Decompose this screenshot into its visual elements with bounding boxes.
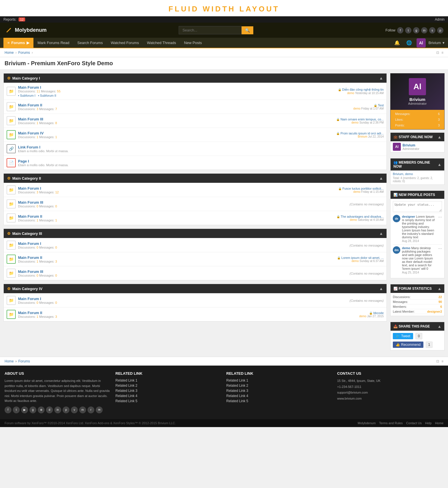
footer-related-link[interactable]: Related Link 4 — [116, 394, 222, 398]
category-header-cat2[interactable]: ⚙Main Category II ▲ — [4, 174, 387, 183]
nav-new-posts[interactable]: New Posts — [180, 38, 206, 48]
forum-name[interactable]: Main Forum III — [18, 117, 334, 121]
nav-watched-forums[interactable]: Watched Forums — [107, 38, 143, 48]
last-post-user[interactable]: demo — [352, 259, 359, 263]
member-link[interactable]: Brivium, demo — [393, 172, 413, 176]
last-post-title[interactable]: Test — [338, 104, 384, 107]
category-header-cat4[interactable]: ⚙Main Category IV ▲ — [4, 284, 387, 293]
bottom-icon1[interactable]: ⊡ — [436, 359, 439, 363]
subforum-link[interactable]: • Subforum I — [18, 94, 35, 97]
footer-me-icon[interactable]: m — [79, 406, 86, 413]
breadcrumb-icon2[interactable]: ≡ — [441, 51, 443, 55]
footer-bottom-link[interactable]: Molybdenum — [358, 421, 376, 425]
footer-bottom-link[interactable]: Terms and Rules — [379, 421, 403, 425]
twitter-icon[interactable]: t — [405, 27, 411, 33]
last-post-user[interactable]: Brivium — [358, 135, 367, 138]
staff-collapse-btn[interactable]: ▲ — [437, 135, 441, 139]
user-avatar-badge[interactable]: Al — [417, 38, 426, 47]
footer-bottom-link[interactable]: Contact Us — [406, 421, 422, 425]
facebook-icon[interactable]: f — [397, 27, 403, 33]
forum-name[interactable]: Main Forum III — [18, 200, 336, 205]
forum-name[interactable]: Main Forum I — [18, 297, 336, 301]
last-post-user[interactable]: demo — [353, 190, 361, 193]
bottom-icon2[interactable]: ≡ — [441, 359, 443, 363]
category-header-cat1[interactable]: ⚙Main Category I ▲ — [4, 74, 387, 83]
profile-name[interactable]: Brivium — [409, 97, 425, 102]
pinterest-icon[interactable]: p — [437, 27, 443, 33]
footer-li-icon[interactable]: in — [54, 406, 61, 413]
footer-related-link[interactable]: Related Link 4 — [226, 394, 333, 398]
pp-more-1[interactable]: ··· — [438, 215, 442, 243]
notifications-icon[interactable]: 🔔 — [393, 38, 402, 47]
footer-related-link[interactable]: Related Link 5 — [116, 399, 222, 403]
last-post-title[interactable]: bbcode — [338, 311, 384, 315]
last-post-title[interactable]: Lorem ipsum dolor sit amet, ... — [337, 256, 384, 259]
tweet-button[interactable]: 🐦 Tweet — [393, 333, 413, 339]
footer-related-link[interactable]: Related Link 3 — [226, 389, 333, 393]
footer-st-icon[interactable]: ⊕ — [38, 406, 45, 413]
search-input[interactable] — [179, 26, 242, 34]
forum-name[interactable]: Page I — [18, 159, 384, 163]
footer-related-link[interactable]: Related Link 2 — [116, 384, 222, 388]
breadcrumb-icon1[interactable]: ⊡ — [436, 51, 439, 55]
forum-name[interactable]: Main Forum II — [18, 311, 336, 315]
last-post-title[interactable]: Proin iaculis ipsum id orci adi... — [336, 132, 384, 135]
forum-name[interactable]: Main Forum II — [18, 255, 335, 260]
logo-text[interactable]: Molybdenum — [15, 27, 47, 33]
forum-name[interactable]: Link Forum I — [18, 145, 384, 149]
staff-name[interactable]: Brivium — [403, 143, 419, 147]
status-input[interactable] — [393, 201, 442, 212]
last-post-user[interactable]: demo — [351, 121, 359, 124]
footer-pi-icon[interactable]: p — [63, 406, 69, 413]
breadcrumb-home[interactable]: Home — [5, 51, 14, 55]
user-menu[interactable]: Brivium ▾ — [429, 41, 445, 45]
members-collapse-btn[interactable]: ▲ — [437, 162, 441, 167]
footer-bottom-link[interactable]: Help — [425, 421, 432, 425]
forum-name[interactable]: Main Forum II — [18, 103, 336, 107]
last-post-user[interactable]: demo — [350, 218, 357, 221]
last-post-title[interactable]: Fusce luctus porttitor sollicit... — [338, 187, 384, 190]
forums-menu-button[interactable]: ≡ Forums ▶ — [3, 38, 33, 48]
linkedin-icon[interactable]: in — [421, 27, 427, 33]
forum-name[interactable]: Main Forum I — [18, 186, 336, 191]
footer-related-link[interactable]: Related Link 3 — [116, 389, 222, 393]
share-collapse-btn[interactable]: ▲ — [437, 324, 441, 329]
footer-di-icon[interactable]: d — [46, 406, 53, 413]
footer-rs-icon[interactable]: r — [87, 406, 94, 413]
nav-watched-threads[interactable]: Watched Threads — [143, 38, 180, 48]
reports-badge[interactable]: 12 — [19, 17, 25, 21]
footer-tw-icon[interactable]: t — [13, 406, 20, 413]
bottom-home[interactable]: Home — [5, 359, 14, 363]
category-collapse-btn[interactable]: ▲ — [379, 231, 383, 236]
nav-search-forums[interactable]: Search Forums — [73, 38, 107, 48]
google-plus-icon[interactable]: g — [413, 27, 419, 33]
stumble-icon[interactable]: s — [429, 27, 435, 33]
last-post-user[interactable]: demo — [359, 315, 366, 318]
search-button[interactable]: 🔍 — [242, 26, 253, 34]
footer-related-link[interactable]: Related Link 5 — [226, 399, 333, 403]
recommend-button[interactable]: 👍 Recommend — [393, 342, 423, 348]
last-post-user[interactable]: demo — [347, 92, 354, 95]
globe-icon[interactable]: 🌐 — [405, 38, 414, 47]
last-post-title[interactable]: The advantages and disadva... — [337, 215, 384, 218]
subforum-link[interactable]: • Subforum II — [38, 94, 56, 97]
forum-name[interactable]: Main Forum II — [18, 214, 334, 219]
category-collapse-btn[interactable]: ▲ — [379, 76, 383, 80]
footer-em-icon[interactable]: ✉ — [96, 406, 103, 413]
forum-name[interactable]: Main Forum I — [18, 85, 336, 90]
footer-related-link[interactable]: Related Link 1 — [226, 378, 333, 382]
category-header-cat3[interactable]: ⚙Main Category III ▲ — [4, 229, 387, 238]
bottom-forums[interactable]: Forums — [18, 359, 30, 363]
footer-related-link[interactable]: Related Link 1 — [116, 378, 222, 382]
last-post-title[interactable]: Diễn đàn công nghệ thông tin — [338, 88, 384, 92]
pp-more-2[interactable]: ··· — [438, 246, 442, 274]
last-post-user[interactable]: demo — [353, 107, 361, 110]
forum-name[interactable]: Main Forum III — [18, 269, 336, 274]
footer-bottom-link[interactable]: Home — [435, 421, 443, 425]
forum-name[interactable]: Main Forum I — [18, 241, 336, 246]
stats-collapse-btn[interactable]: ▲ — [437, 286, 441, 291]
footer-gp-icon[interactable]: g — [29, 406, 36, 413]
pp-author-1[interactable]: designer — [402, 215, 415, 218]
footer-related-link[interactable]: Related Link 2 — [226, 384, 333, 388]
nav-mark-forums-read[interactable]: Mark Forums Read — [33, 38, 73, 48]
